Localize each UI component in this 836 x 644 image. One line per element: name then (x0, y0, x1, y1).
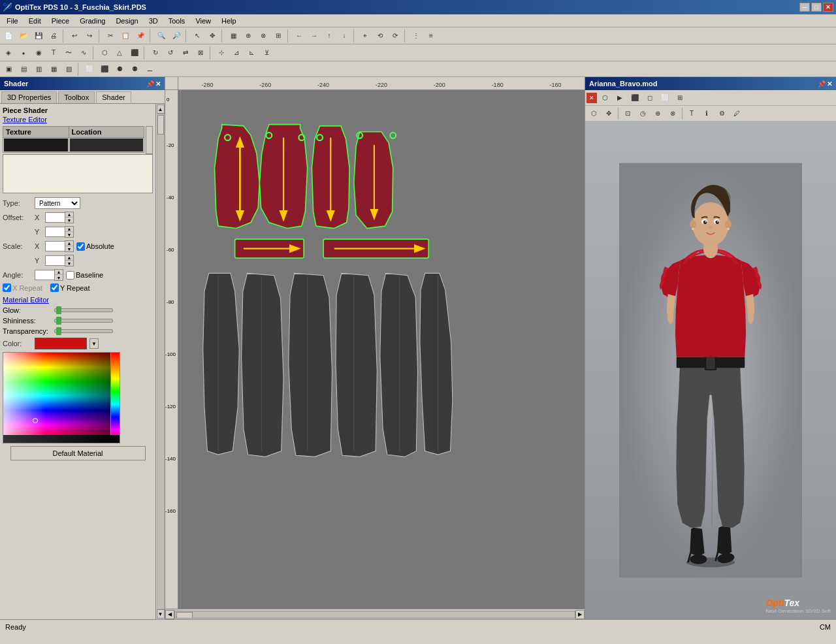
save-button[interactable]: 💾 (31, 29, 46, 43)
offset-y-down[interactable]: ▼ (65, 232, 73, 237)
shader-close-icon[interactable]: ✕ (155, 80, 161, 88)
tab-tool8[interactable]: ⚈ (112, 62, 127, 76)
x-repeat-label[interactable]: X Repeat (3, 283, 42, 292)
scroll-down-button[interactable]: ▼ (157, 609, 165, 619)
tab-tool10[interactable]: ⚊ (142, 62, 157, 76)
tab-tool4[interactable]: ▦ (46, 62, 61, 76)
select-button[interactable]: ↖ (190, 29, 204, 43)
angle-input[interactable]: 0 (35, 270, 54, 280)
default-material-button[interactable]: Default Material (10, 446, 146, 460)
x-repeat-checkbox[interactable] (3, 283, 11, 292)
tab-tool1[interactable]: ▣ (1, 62, 16, 76)
zoom-out-button[interactable]: 🔎 (169, 29, 184, 43)
minimize-button[interactable]: ─ (799, 3, 810, 12)
zoom-in-button[interactable]: 🔍 (154, 29, 169, 43)
titlebar-controls[interactable]: ─ □ ✕ (799, 3, 833, 12)
tb2-6[interactable]: ∿ (76, 46, 91, 60)
copy-button[interactable]: 📋 (118, 29, 133, 43)
tool12[interactable]: ⋮ (409, 29, 423, 43)
cut-button[interactable]: ✂ (103, 29, 118, 43)
tb2-17[interactable]: ⊻ (259, 46, 274, 60)
angle-down[interactable]: ▼ (55, 275, 63, 280)
model-tb2-3[interactable]: ⊡ (620, 106, 635, 121)
angle-input-group[interactable]: 0 ▲ ▼ (35, 269, 63, 281)
scale-y-input[interactable]: 1 (45, 255, 65, 266)
model-pin-icon[interactable]: 📌 (818, 80, 826, 88)
shininess-slider[interactable] (54, 319, 113, 323)
baseline-checkbox-label[interactable]: Baseline (66, 271, 103, 280)
menu-view[interactable]: View (190, 16, 216, 26)
tab-shader[interactable]: Shader (96, 91, 131, 103)
model-tb1-3[interactable]: ▶ (613, 91, 627, 105)
tb2-10[interactable]: ↻ (148, 46, 163, 60)
model-tb1-4[interactable]: ⬛ (628, 91, 642, 105)
model-tb2-1[interactable]: ⬡ (587, 106, 601, 121)
y-repeat-label[interactable]: Y Repeat (50, 283, 90, 292)
scroll-up-button[interactable]: ▲ (157, 105, 165, 114)
tool10[interactable]: ⟲ (373, 29, 387, 43)
tool11[interactable]: ⟳ (388, 29, 402, 43)
tb2-2[interactable]: ⬥ (16, 46, 31, 60)
offset-x-input[interactable]: 0 (45, 212, 65, 223)
model-tb1-5[interactable]: ◻ (643, 91, 657, 105)
model-tb1-1[interactable]: ✕ (587, 93, 597, 103)
scale-x-spinners[interactable]: ▲ ▼ (65, 240, 74, 252)
tb2-11[interactable]: ↺ (163, 46, 178, 60)
scale-y-input-group[interactable]: 1 ▲ ▼ (45, 255, 74, 266)
tab-tool2[interactable]: ▤ (16, 62, 31, 76)
redo-button[interactable]: ↪ (82, 29, 97, 43)
shader-panel-controls[interactable]: 📌 ✕ (146, 80, 161, 88)
absolute-checkbox[interactable] (76, 242, 85, 251)
offset-y-spinners[interactable]: ▲ ▼ (65, 226, 74, 238)
y-repeat-checkbox[interactable] (50, 283, 59, 292)
glow-slider[interactable] (54, 308, 113, 312)
new-button[interactable]: 📄 (1, 29, 16, 43)
close-button[interactable]: ✕ (823, 3, 833, 12)
baseline-checkbox[interactable] (66, 271, 74, 280)
angle-spinners[interactable]: ▲ ▼ (54, 269, 63, 281)
model-tb2-8[interactable]: ℹ (699, 106, 714, 121)
model-tb2-7[interactable]: T (684, 106, 699, 121)
tool5[interactable]: ← (292, 29, 306, 43)
model-close-icon[interactable]: ✕ (827, 80, 832, 88)
open-button[interactable]: 📂 (16, 29, 31, 43)
tb2-14[interactable]: ⊹ (214, 46, 229, 60)
h-scroll-thumb[interactable] (176, 612, 193, 619)
color-dropdown-button[interactable]: ▼ (89, 338, 99, 349)
scale-y-down[interactable]: ▼ (65, 261, 73, 266)
undo-button[interactable]: ↩ (67, 29, 82, 43)
canvas-area[interactable] (178, 90, 585, 609)
tb2-15[interactable]: ⊿ (229, 46, 244, 60)
model-tb1-2[interactable]: ⬡ (598, 91, 612, 105)
scale-y-spinners[interactable]: ▲ ▼ (65, 255, 74, 266)
offset-y-up[interactable]: ▲ (65, 227, 73, 232)
tool13[interactable]: ≡ (424, 29, 438, 43)
offset-x-up[interactable]: ▲ (65, 212, 73, 217)
tool9[interactable]: ⌖ (358, 29, 372, 43)
shader-pin-icon[interactable]: 📌 (146, 80, 154, 88)
model-tb2-9[interactable]: ⚙ (715, 106, 729, 121)
model-panel-controls[interactable]: 📌 ✕ (818, 80, 832, 88)
h-scrollbar[interactable]: ◀ ▶ (165, 609, 585, 619)
material-editor-link[interactable]: Material Editor (3, 296, 153, 304)
tb2-5[interactable]: 〜 (61, 46, 76, 60)
maximize-button[interactable]: □ (811, 3, 822, 12)
tab-tool6[interactable]: ⬜ (82, 62, 97, 76)
tool2[interactable]: ⊕ (241, 29, 255, 43)
menu-tools[interactable]: Tools (163, 16, 191, 26)
texture-cell[interactable] (4, 138, 68, 152)
tool8[interactable]: ↓ (337, 29, 351, 43)
tool1[interactable]: ▦ (226, 29, 240, 43)
transparency-slider[interactable] (54, 329, 113, 333)
texture-editor-link[interactable]: Texture Editor (3, 116, 153, 123)
model-tb2-2[interactable]: ✥ (602, 106, 616, 121)
texture-table-scrollbar[interactable] (146, 126, 153, 154)
tab-3d-properties[interactable]: 3D Properties (1, 91, 57, 103)
offset-y-input-group[interactable]: 0 ▲ ▼ (45, 226, 74, 238)
tb2-9[interactable]: ⬛ (127, 46, 142, 60)
shader-panel-scrollbar[interactable]: ▲ ▼ (155, 104, 165, 619)
menu-grading[interactable]: Grading (74, 16, 110, 26)
tab-tool7[interactable]: ⬛ (97, 62, 112, 76)
h-scroll-track[interactable] (174, 611, 575, 619)
location-cell[interactable] (70, 138, 143, 152)
